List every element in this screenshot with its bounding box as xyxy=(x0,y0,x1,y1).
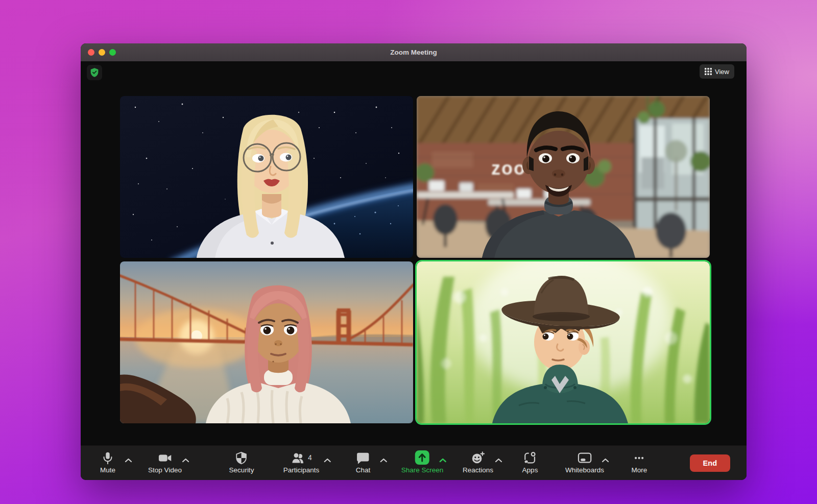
video-tile-participant-1[interactable] xyxy=(120,96,413,258)
reactions-smiley-icon xyxy=(470,451,486,465)
apps-label: Apps xyxy=(522,466,538,474)
participants-label: Participants xyxy=(283,466,320,474)
chat-menu-chevron[interactable] xyxy=(380,457,388,464)
security-label: Security xyxy=(229,466,254,474)
security-button[interactable]: Security xyxy=(229,449,254,474)
video-tile-participant-4-active-speaker[interactable] xyxy=(417,261,710,423)
avatar-boy-hat-grass xyxy=(417,261,710,423)
chat-bubble-icon xyxy=(356,451,370,465)
reactions-menu-chevron[interactable] xyxy=(495,457,502,464)
more-button[interactable]: More xyxy=(632,449,647,474)
svg-text:zoo: zoo xyxy=(491,158,526,179)
avatar-pink-woman-bridge xyxy=(120,261,413,423)
whiteboards-label: Whiteboards xyxy=(565,466,604,474)
grid-view-icon xyxy=(705,68,712,75)
window-title: Zoom Meeting xyxy=(81,49,747,56)
more-label: More xyxy=(632,466,647,474)
share-screen-label: Share Screen xyxy=(401,466,444,474)
avatar-man-office: zoo xyxy=(417,96,710,258)
whiteboards-button[interactable]: Whiteboards xyxy=(565,449,604,474)
share-screen-menu-chevron[interactable] xyxy=(439,457,447,464)
participants-icon xyxy=(291,451,306,465)
mute-label: Mute xyxy=(100,466,115,474)
view-button-label: View xyxy=(715,68,729,76)
participants-count-badge: 4 xyxy=(308,453,312,462)
chat-label: Chat xyxy=(356,466,371,474)
meeting-stage: View xyxy=(81,61,747,445)
participants-button[interactable]: 4 Participants xyxy=(283,449,320,474)
stop-video-label: Stop Video xyxy=(148,466,182,474)
end-meeting-button[interactable]: End xyxy=(690,454,730,472)
meeting-toolbar: Mute Stop Video Security xyxy=(81,445,747,480)
more-ellipsis-icon xyxy=(632,451,646,465)
whiteboards-menu-chevron[interactable] xyxy=(602,457,609,464)
security-shield-icon xyxy=(234,451,249,465)
avatar-blonde-woman-space xyxy=(120,96,413,258)
meeting-security-badge[interactable] xyxy=(87,65,102,80)
stop-video-button[interactable]: Stop Video xyxy=(148,449,182,474)
zoom-meeting-window: Zoom Meeting View xyxy=(81,43,747,480)
desktop: { "window": { "title": "Zoom Meeting" },… xyxy=(0,0,817,504)
video-tile-participant-3[interactable] xyxy=(120,261,413,423)
shield-check-icon xyxy=(89,66,100,79)
share-screen-button[interactable]: Share Screen xyxy=(401,449,444,474)
whiteboard-icon xyxy=(577,451,592,465)
apps-button[interactable]: Apps xyxy=(522,449,538,474)
mute-button[interactable]: Mute xyxy=(100,449,115,474)
apps-icon xyxy=(523,451,537,465)
reactions-label: Reactions xyxy=(463,466,493,474)
view-button[interactable]: View xyxy=(700,64,734,79)
mute-menu-chevron[interactable] xyxy=(125,457,132,464)
reactions-button[interactable]: Reactions xyxy=(463,449,493,474)
share-screen-icon xyxy=(415,450,430,465)
video-camera-icon xyxy=(157,451,173,465)
microphone-icon xyxy=(101,451,115,465)
participants-menu-chevron[interactable] xyxy=(324,457,331,464)
video-menu-chevron[interactable] xyxy=(182,457,189,464)
chat-button[interactable]: Chat xyxy=(356,449,371,474)
video-grid: zoo xyxy=(120,96,710,424)
titlebar: Zoom Meeting xyxy=(81,43,747,61)
video-tile-participant-2[interactable]: zoo xyxy=(417,96,710,258)
